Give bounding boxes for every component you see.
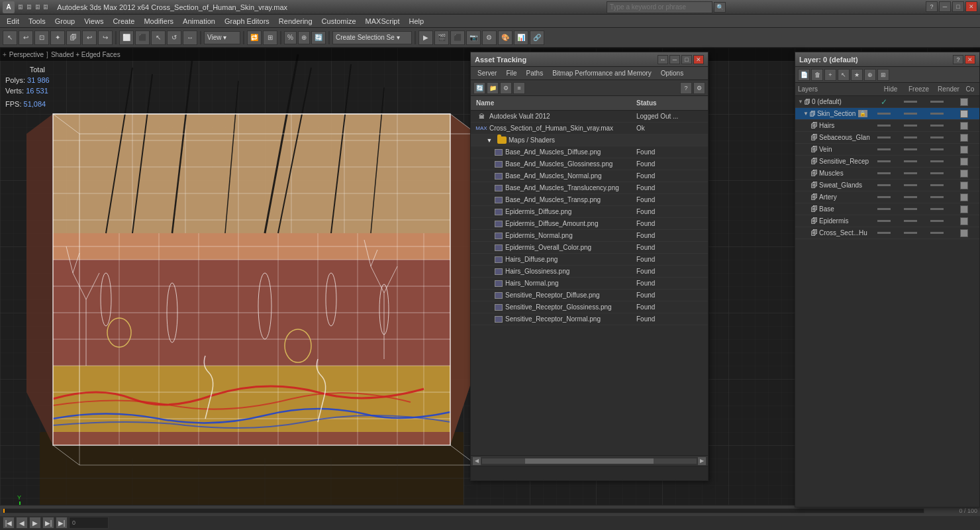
layer-render-sweat[interactable] xyxy=(924,184,950,186)
layer-hide-vein[interactable] xyxy=(871,148,897,150)
at-scroll-left-button[interactable]: ◀ xyxy=(472,456,481,466)
layer-render-sensitive[interactable] xyxy=(924,160,950,162)
timeline-track[interactable] xyxy=(3,508,924,513)
undo[interactable]: ↩ xyxy=(82,30,97,45)
layer-render-vein[interactable] xyxy=(924,148,950,150)
layer-hide-artery[interactable] xyxy=(871,196,897,198)
layer-hide-sensitive[interactable] xyxy=(871,160,897,162)
menu-animation[interactable]: Animation xyxy=(179,16,219,26)
layer-freeze-sweat[interactable] xyxy=(897,184,924,186)
select-and-move[interactable]: ↖ xyxy=(3,30,17,45)
layer-hide-epidermis[interactable] xyxy=(871,220,897,222)
align[interactable]: ⊞ xyxy=(263,30,277,45)
layer-render-artery[interactable] xyxy=(924,196,950,198)
select-tool[interactable]: ↖ xyxy=(151,30,166,45)
layer-render-base[interactable] xyxy=(924,208,950,210)
layer-render-cross[interactable] xyxy=(924,232,950,234)
at-menu-bitmap-perf[interactable]: Bitmap Performance and Memory xyxy=(548,68,656,78)
layer-freeze-skin[interactable] xyxy=(897,113,924,115)
menu-views[interactable]: Views xyxy=(80,16,107,26)
search-button[interactable]: 🔍 xyxy=(714,2,726,13)
mirror[interactable]: 🔁 xyxy=(247,30,262,45)
layer-render-0[interactable] xyxy=(924,101,950,103)
at-row-img-1[interactable]: Base_And_Muscles_Diffuse.png Found xyxy=(471,146,708,158)
layer-color-0[interactable] xyxy=(950,98,977,106)
layer-freeze-cross[interactable] xyxy=(897,232,924,234)
menu-group[interactable]: Group xyxy=(51,16,79,26)
redo[interactable]: ↪ xyxy=(98,30,113,45)
layer-color-cross[interactable] xyxy=(950,229,977,237)
menu-edit[interactable]: Edit xyxy=(3,16,23,26)
render-frame[interactable]: ▶ xyxy=(418,30,433,45)
layers-delete-button[interactable]: 🗑 xyxy=(811,69,823,81)
at-row-img-11[interactable]: Hairs_Glossiness.png Found xyxy=(471,266,708,278)
angle-snap[interactable]: ⊕ xyxy=(298,31,310,44)
layer-freeze-base[interactable] xyxy=(897,208,924,210)
layers-help-button[interactable]: ? xyxy=(953,55,963,64)
layer-freeze-0[interactable] xyxy=(897,101,924,103)
menu-maxscript[interactable]: MAXScript xyxy=(362,16,404,26)
layer-render-muscles[interactable] xyxy=(924,172,950,174)
snap-settings[interactable]: % xyxy=(284,31,297,44)
at-path-input[interactable] xyxy=(471,466,708,480)
layer-freeze-epidermis[interactable] xyxy=(897,220,924,222)
layer-row-hairs[interactable]: 🗐 Hairs xyxy=(795,120,979,132)
at-row-img-10[interactable]: Hairs_Diffuse.png Found xyxy=(471,254,708,266)
at-row-img-7[interactable]: Epidermis_Diffuse_Amount.png Found xyxy=(471,218,708,230)
layer-row-vein[interactable]: 🗐 Vein xyxy=(795,144,979,156)
layers-new-button[interactable]: 📄 xyxy=(798,69,810,81)
at-row-vault[interactable]: 🏛 Autodesk Vault 2012 Logged Out ... xyxy=(471,111,708,123)
layer-color-vein[interactable] xyxy=(950,146,977,154)
layers-close-button[interactable]: ✕ xyxy=(965,55,975,64)
menu-rendering[interactable]: Rendering xyxy=(275,16,317,26)
viewport-perspective[interactable]: Perspective xyxy=(9,51,44,58)
asset-tracking-table-body[interactable]: 🏛 Autodesk Vault 2012 Logged Out ... MAX… xyxy=(471,111,708,455)
layer-render-skin[interactable] xyxy=(924,113,950,115)
at-help-button[interactable]: ? xyxy=(680,82,692,94)
play-button[interactable]: ▶ xyxy=(29,517,41,529)
goto-start-button[interactable]: |◀ xyxy=(3,517,15,529)
material-editor[interactable]: 🎨 xyxy=(498,30,513,45)
schematic-view[interactable]: 🔗 xyxy=(530,30,544,45)
named-selection[interactable]: Create Selection Se ▾ xyxy=(332,31,412,44)
layer-row-sebaceous[interactable]: 🗐 Sebaceous_Glan xyxy=(795,132,979,144)
render-scene[interactable]: 🎬 xyxy=(434,30,449,45)
at-row-img-14[interactable]: Sensitive_Receptor_Glossiness.png Found xyxy=(471,301,708,313)
quick-render[interactable]: ⬛ xyxy=(450,30,465,45)
layer-hide-base[interactable] xyxy=(871,208,897,210)
select-region[interactable]: ⬜ xyxy=(119,30,134,45)
at-row-img-2[interactable]: Base_And_Muscles_Glossiness.png Found xyxy=(471,158,708,170)
at-row-img-4[interactable]: Base_And_Muscles_Translucency.png Found xyxy=(471,182,708,194)
layers-highlight-button[interactable]: ★ xyxy=(851,69,863,81)
maximize-button[interactable]: □ xyxy=(952,1,964,12)
layer-hide-hairs[interactable] xyxy=(871,125,897,127)
next-frame-button[interactable]: ▶| xyxy=(42,517,54,529)
at-row-main-file[interactable]: MAX Cross_Section_of_Human_Skin_vray.max… xyxy=(471,123,708,134)
layers-select-objects-button[interactable]: ↖ xyxy=(838,69,850,81)
layer-render-sebaceous[interactable] xyxy=(924,136,950,138)
layer-hide-muscles[interactable] xyxy=(871,172,897,174)
layer-color-base[interactable] xyxy=(950,205,977,213)
at-row-img-9[interactable]: Epidermis_Overall_Color.png Found xyxy=(471,242,708,254)
render-to-texture[interactable]: 📷 xyxy=(466,30,481,45)
layers-table-body[interactable]: ▼ 🗐 0 (default) ✓ ▼ 🗐 Skin_Section 🔒 xyxy=(795,96,979,507)
layer-row-sweat[interactable]: 🗐 Sweat_Glands xyxy=(795,180,979,191)
timeline-playhead[interactable] xyxy=(3,509,5,513)
layers-merge-button[interactable]: ⊕ xyxy=(864,69,876,81)
layer-row-base[interactable]: 🗐 Base xyxy=(795,203,979,215)
track-view[interactable]: 📊 xyxy=(514,30,528,45)
layer-row-0[interactable]: ▼ 🗐 0 (default) ✓ xyxy=(795,96,979,108)
layer-color-sebaceous[interactable] xyxy=(950,134,977,142)
select-object[interactable]: ✦ xyxy=(50,30,65,45)
at-row-img-12[interactable]: Hairs_Normal.png Found xyxy=(471,278,708,290)
help-button[interactable]: ? xyxy=(926,1,938,12)
window-crossing[interactable]: ⬛ xyxy=(135,30,150,45)
layer-color-skin[interactable] xyxy=(950,110,977,118)
layer-hide-sebaceous[interactable] xyxy=(871,136,897,138)
at-list-button[interactable]: ≡ xyxy=(513,82,525,94)
asset-tracking-bottom-input[interactable] xyxy=(471,466,708,480)
at-scroll-right-button[interactable]: ▶ xyxy=(697,456,707,466)
layer-hide-sweat[interactable] xyxy=(871,184,897,186)
layer-freeze-artery[interactable] xyxy=(897,196,924,198)
layers-sort-button[interactable]: ⊞ xyxy=(877,69,889,81)
